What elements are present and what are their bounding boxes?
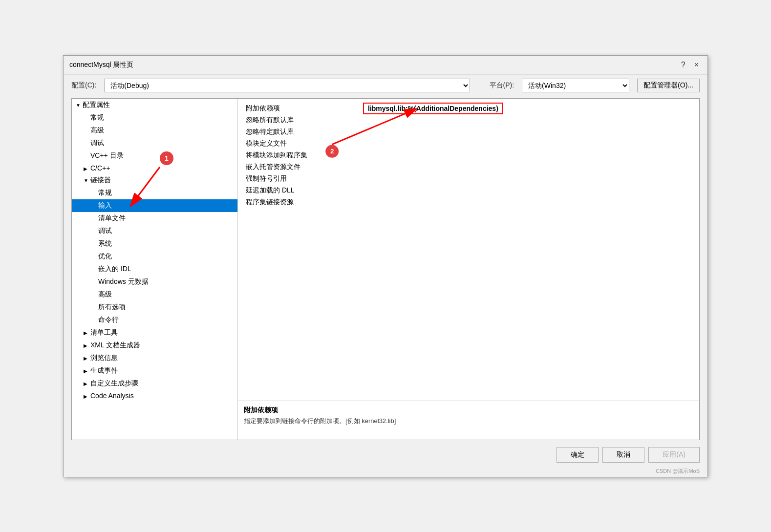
prop-name: 附加依赖项	[246, 104, 363, 113]
close-button[interactable]: ×	[691, 60, 702, 70]
prop-name: 忽略所有默认库	[246, 116, 363, 125]
tree-item-label: 清单文件	[98, 214, 126, 222]
expand-icon: ▶	[84, 356, 89, 361]
tree-item-label: 配置属性	[83, 101, 110, 108]
tree-item[interactable]: ▼配置属性	[72, 99, 237, 111]
tree-item-label: 嵌入的 IDL	[98, 265, 131, 273]
prop-name: 忽略特定默认库	[246, 128, 363, 136]
tree-item[interactable]: ▶自定义生成步骤	[72, 377, 237, 390]
tree-item-label: 浏览信息	[90, 354, 118, 362]
tree-item[interactable]: 高级	[72, 124, 237, 137]
props-section: 附加依赖项libmysql.lib;%(AdditionalDependenci…	[238, 99, 699, 401]
tree-item-label: C/C++	[90, 164, 110, 172]
prop-name: 模块定义文件	[246, 139, 363, 148]
prop-row[interactable]: 将模块添加到程序集	[242, 149, 695, 161]
title-bar: connectMysql 属性页 ? ×	[64, 56, 707, 75]
tree-item[interactable]: VC++ 目录	[72, 149, 237, 162]
highlighted-value: libmysql.lib;%(AdditionalDependencies)	[363, 103, 503, 114]
config-select[interactable]: 活动(Debug)	[104, 79, 470, 92]
tree-item[interactable]: 清单文件	[72, 212, 237, 225]
tree-item-label: Windows 元数据	[98, 277, 149, 285]
tree-item[interactable]: ▶生成事件	[72, 364, 237, 377]
tree-item[interactable]: 调试	[72, 225, 237, 237]
window-title: connectMysql 属性页	[69, 61, 133, 69]
title-bar-buttons: ? ×	[678, 60, 702, 70]
tree-item[interactable]: 系统	[72, 237, 237, 250]
tree-item-label: 系统	[98, 239, 112, 247]
platform-select[interactable]: 活动(Win32)	[522, 79, 629, 92]
description-area: 附加依赖项 指定要添加到链接命令行的附加项。[例如 kernel32.lib]	[238, 401, 699, 440]
dialog-window: connectMysql 属性页 ? × 配置(C): 活动(Debug) 平台…	[63, 55, 708, 477]
tree-item-label: 生成事件	[90, 366, 118, 374]
tree-item[interactable]: 优化	[72, 250, 237, 263]
tree-item[interactable]: ▶XML 文档生成器	[72, 339, 237, 352]
prop-row[interactable]: 忽略特定默认库	[242, 126, 695, 138]
prop-row[interactable]: 程序集链接资源	[242, 196, 695, 208]
prop-name: 强制符号引用	[246, 174, 363, 183]
watermark: CSDN @滋示MoS	[64, 468, 707, 477]
tree-item[interactable]: 高级	[72, 288, 237, 301]
config-row: 配置(C): 活动(Debug) 平台(P): 活动(Win32) 配置管理器(…	[64, 75, 707, 96]
expand-icon: ▼	[76, 103, 82, 108]
config-label: 配置(C):	[71, 81, 96, 90]
prop-row[interactable]: 模块定义文件	[242, 138, 695, 149]
tree-panel: ▼配置属性常规高级调试VC++ 目录▶C/C++▼链接器常规输入清单文件调试系统…	[72, 99, 238, 440]
prop-name: 程序集链接资源	[246, 198, 363, 207]
help-button[interactable]: ?	[678, 60, 688, 70]
tree-item-label: 链接器	[90, 176, 111, 184]
tree-item-label: 输入	[98, 201, 112, 209]
expand-icon: ▼	[84, 178, 89, 183]
expand-icon: ▶	[84, 166, 89, 171]
apply-button[interactable]: 应用(A)	[648, 447, 700, 463]
config-manager-button[interactable]: 配置管理器(O)...	[637, 79, 700, 92]
tree-item-label: XML 文档生成器	[90, 341, 140, 349]
prop-row[interactable]: 延迟加载的 DLL	[242, 185, 695, 196]
tree-item[interactable]: ▶Code Analysis	[72, 390, 237, 402]
tree-item[interactable]: 常规	[72, 187, 237, 199]
prop-name: 将模块添加到程序集	[246, 151, 363, 160]
props-area: 附加依赖项libmysql.lib;%(AdditionalDependenci…	[238, 99, 699, 212]
prop-row[interactable]: 嵌入托管资源文件	[242, 161, 695, 173]
tree-item[interactable]: 嵌入的 IDL	[72, 263, 237, 276]
tree-item[interactable]: 输入	[72, 199, 237, 212]
main-area: ▼配置属性常规高级调试VC++ 目录▶C/C++▼链接器常规输入清单文件调试系统…	[71, 98, 700, 440]
tree-item-label: Code Analysis	[90, 392, 134, 400]
tree-item-label: 优化	[98, 252, 112, 260]
ok-button[interactable]: 确定	[557, 447, 599, 463]
tree-item-label: 高级	[98, 290, 112, 298]
prop-name: 延迟加载的 DLL	[246, 186, 363, 195]
tree-item-label: 常规	[98, 189, 112, 196]
cancel-button[interactable]: 取消	[602, 447, 644, 463]
tree-item[interactable]: ▶清单工具	[72, 326, 237, 339]
prop-name: 嵌入托管资源文件	[246, 163, 363, 171]
prop-row[interactable]: 强制符号引用	[242, 173, 695, 185]
tree-item-label: VC++ 目录	[90, 151, 124, 159]
expand-icon: ▶	[84, 330, 89, 336]
tree-item-label: 常规	[90, 113, 104, 121]
bottom-buttons: 确定 取消 应用(A)	[64, 442, 707, 468]
content-panel: 附加依赖项libmysql.lib;%(AdditionalDependenci…	[238, 99, 699, 440]
prop-row[interactable]: 忽略所有默认库	[242, 114, 695, 126]
prop-value: libmysql.lib;%(AdditionalDependencies)	[363, 105, 691, 112]
tree-item[interactable]: 所有选项	[72, 301, 237, 314]
tree-item-label: 命令行	[98, 316, 119, 323]
tree-item-label: 高级	[90, 126, 104, 134]
tree-item[interactable]: 命令行	[72, 314, 237, 326]
tree-item-label: 清单工具	[90, 328, 118, 336]
desc-title: 附加依赖项	[244, 406, 693, 415]
tree-item[interactable]: Windows 元数据	[72, 276, 237, 288]
platform-label: 平台(P):	[490, 81, 514, 90]
expand-icon: ▶	[84, 394, 89, 399]
expand-icon: ▶	[84, 343, 89, 348]
tree-item[interactable]: ▼链接器	[72, 174, 237, 187]
expand-icon: ▶	[84, 381, 89, 386]
tree-item[interactable]: ▶C/C++	[72, 162, 237, 174]
tree-item-label: 调试	[98, 227, 112, 234]
tree-item[interactable]: ▶浏览信息	[72, 352, 237, 364]
prop-row[interactable]: 附加依赖项libmysql.lib;%(AdditionalDependenci…	[242, 103, 695, 114]
desc-text: 指定要添加到链接命令行的附加项。[例如 kernel32.lib]	[244, 417, 693, 426]
tree-item-label: 调试	[90, 139, 104, 147]
tree-item-label: 自定义生成步骤	[90, 379, 138, 387]
tree-item[interactable]: 常规	[72, 111, 237, 124]
tree-item[interactable]: 调试	[72, 137, 237, 149]
